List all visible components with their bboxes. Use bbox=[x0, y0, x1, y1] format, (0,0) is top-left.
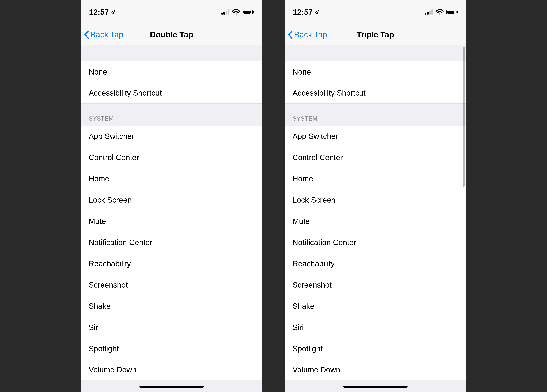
option-label: Siri bbox=[89, 323, 100, 332]
section-general: None Accessibility Shortcut bbox=[81, 61, 262, 104]
option-reachability[interactable]: Reachability bbox=[81, 253, 262, 274]
option-label: Mute bbox=[89, 217, 106, 226]
option-screenshot[interactable]: Screenshot bbox=[81, 274, 262, 295]
option-home[interactable]: Home bbox=[81, 168, 262, 189]
option-label: App Switcher bbox=[89, 132, 134, 141]
option-label: Volume Down bbox=[293, 365, 340, 374]
svg-point-4 bbox=[235, 13, 237, 15]
option-accessibility-shortcut[interactable]: Accessibility Shortcut bbox=[285, 82, 466, 104]
option-label: Volume Down bbox=[89, 365, 137, 374]
section-header-system: SYSTEM bbox=[285, 104, 466, 126]
option-lock-screen[interactable]: Lock Screen bbox=[285, 189, 466, 211]
option-label: Control Center bbox=[293, 153, 343, 162]
back-button[interactable]: Back Tap bbox=[287, 30, 327, 39]
option-home[interactable]: Home bbox=[285, 168, 466, 189]
option-spotlight[interactable]: Spotlight bbox=[285, 338, 466, 359]
svg-rect-10 bbox=[429, 11, 431, 15]
battery-icon bbox=[446, 9, 458, 15]
option-label: Shake bbox=[293, 302, 315, 311]
option-label: Home bbox=[293, 174, 313, 183]
option-screenshot[interactable]: Screenshot bbox=[285, 274, 466, 295]
option-label: Lock Screen bbox=[89, 195, 132, 204]
option-label: Screenshot bbox=[293, 280, 332, 289]
option-control-center[interactable]: Control Center bbox=[285, 147, 466, 168]
option-notification-center[interactable]: Notification Center bbox=[285, 232, 466, 253]
status-time: 12:57 bbox=[293, 8, 313, 17]
location-icon bbox=[315, 10, 320, 14]
back-label: Back Tap bbox=[90, 30, 123, 39]
option-reachability[interactable]: Reachability bbox=[285, 253, 466, 274]
option-volume-down[interactable]: Volume Down bbox=[81, 359, 262, 380]
option-shake[interactable]: Shake bbox=[81, 295, 262, 317]
back-button[interactable]: Back Tap bbox=[84, 30, 123, 39]
svg-rect-7 bbox=[253, 11, 254, 13]
svg-rect-15 bbox=[457, 11, 458, 13]
svg-rect-14 bbox=[447, 11, 454, 13]
option-label: Mute bbox=[293, 217, 310, 226]
option-mute[interactable]: Mute bbox=[285, 211, 466, 232]
option-label: Home bbox=[89, 174, 109, 183]
svg-point-12 bbox=[439, 13, 440, 15]
option-label: Accessibility Shortcut bbox=[293, 88, 366, 97]
cellular-icon bbox=[221, 9, 229, 15]
option-siri[interactable]: Siri bbox=[81, 317, 262, 338]
chevron-left-icon bbox=[84, 30, 89, 39]
option-spotlight[interactable]: Spotlight bbox=[81, 338, 262, 359]
home-indicator[interactable] bbox=[139, 385, 204, 388]
option-volume-down[interactable]: Volume Down bbox=[285, 359, 466, 380]
option-label: Accessibility Shortcut bbox=[89, 88, 162, 97]
option-mute[interactable]: Mute bbox=[81, 211, 262, 232]
option-label: Lock Screen bbox=[293, 195, 336, 204]
options-list[interactable]: None Accessibility Shortcut SYSTEM App S… bbox=[285, 45, 466, 392]
svg-rect-2 bbox=[226, 11, 227, 15]
home-indicator[interactable] bbox=[343, 385, 408, 388]
cellular-icon bbox=[425, 9, 433, 15]
svg-rect-3 bbox=[228, 9, 229, 15]
wifi-icon bbox=[232, 9, 240, 15]
svg-rect-8 bbox=[425, 13, 426, 15]
option-label: Control Center bbox=[89, 153, 139, 162]
svg-rect-1 bbox=[224, 12, 225, 15]
option-label: Screenshot bbox=[89, 280, 128, 289]
option-none[interactable]: None bbox=[81, 61, 262, 82]
chevron-left-icon bbox=[287, 30, 293, 39]
svg-rect-6 bbox=[243, 11, 251, 13]
phone-triple-tap: 12:57 bbox=[285, 0, 466, 392]
option-lock-screen[interactable]: Lock Screen bbox=[81, 189, 262, 211]
status-bar: 12:57 bbox=[81, 0, 262, 24]
options-list[interactable]: None Accessibility Shortcut SYSTEM App S… bbox=[81, 45, 262, 392]
option-label: None bbox=[89, 67, 107, 76]
section-system: App Switcher Control Center Home Lock Sc… bbox=[285, 126, 466, 380]
option-label: Spotlight bbox=[89, 344, 119, 353]
svg-rect-11 bbox=[431, 9, 433, 15]
option-app-switcher[interactable]: App Switcher bbox=[285, 126, 466, 147]
battery-icon bbox=[243, 9, 254, 15]
option-label: Reachability bbox=[89, 259, 131, 268]
section-general: None Accessibility Shortcut bbox=[285, 61, 466, 104]
option-label: Shake bbox=[89, 302, 111, 311]
option-shake[interactable]: Shake bbox=[285, 295, 466, 317]
back-label: Back Tap bbox=[294, 30, 327, 39]
location-icon bbox=[111, 10, 116, 14]
option-accessibility-shortcut[interactable]: Accessibility Shortcut bbox=[81, 82, 262, 104]
scroll-indicator[interactable] bbox=[463, 47, 465, 187]
option-label: App Switcher bbox=[293, 132, 338, 141]
nav-bar: Back Tap Double Tap bbox=[81, 24, 262, 45]
status-bar: 12:57 bbox=[285, 0, 466, 24]
option-notification-center[interactable]: Notification Center bbox=[81, 232, 262, 253]
wifi-icon bbox=[436, 9, 444, 15]
option-siri[interactable]: Siri bbox=[285, 317, 466, 338]
option-label: Notification Center bbox=[293, 238, 356, 247]
status-time: 12:57 bbox=[89, 8, 109, 17]
option-label: Notification Center bbox=[89, 238, 152, 247]
option-label: Reachability bbox=[293, 259, 335, 268]
option-label: Spotlight bbox=[293, 344, 323, 353]
section-header-system: SYSTEM bbox=[81, 104, 262, 126]
option-none[interactable]: None bbox=[285, 61, 466, 82]
section-system: App Switcher Control Center Home Lock Sc… bbox=[81, 126, 262, 380]
nav-bar: Back Tap Triple Tap bbox=[285, 24, 466, 45]
svg-rect-0 bbox=[221, 13, 223, 15]
option-app-switcher[interactable]: App Switcher bbox=[81, 126, 262, 147]
svg-rect-9 bbox=[427, 12, 429, 15]
option-control-center[interactable]: Control Center bbox=[81, 147, 262, 168]
